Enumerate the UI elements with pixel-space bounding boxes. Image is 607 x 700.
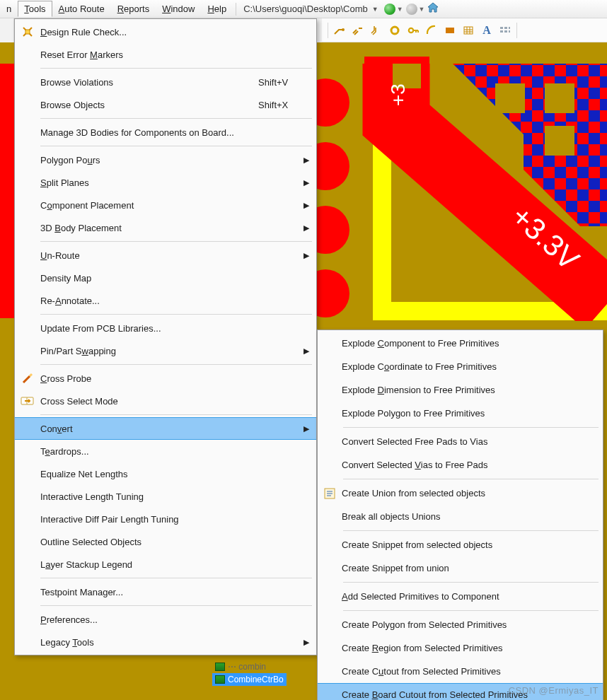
svg-rect-10	[509, 30, 510, 33]
mi-density-map[interactable]: Density Map	[15, 267, 316, 289]
svg-rect-22	[545, 83, 574, 113]
menubar-separator	[236, 3, 236, 16]
mi-equalize-net-lengths[interactable]: Equalize Net Lengths	[15, 462, 316, 485]
mi-preferences[interactable]: Preferences...	[15, 608, 316, 631]
mi-break-unions[interactable]: Break all objects Unions	[318, 505, 603, 528]
pcb-toolbar: A	[322, 18, 607, 42]
arc-icon[interactable]	[424, 23, 439, 37]
mi-convert-pads-to-vias[interactable]: Convert Selected Free Pads to Vias	[318, 430, 603, 453]
mi-layer-stackup-legend[interactable]: Layer Stackup Legend	[15, 553, 316, 576]
svg-rect-9	[504, 30, 507, 33]
svg-rect-23	[545, 126, 574, 156]
mi-update-from-pcb-libraries[interactable]: Update From PCB Libraries...	[15, 317, 316, 339]
menu-window[interactable]: Window	[156, 1, 201, 17]
nav-home-icon[interactable]	[427, 1, 439, 16]
route-icon[interactable]	[333, 23, 347, 37]
convert-submenu: Explode Component to Free Primitives Exp…	[317, 329, 603, 700]
mi-design-rule-check[interactable]: Design Rule Check...	[15, 21, 316, 43]
mi-testpoint-manager[interactable]: Testpoint Manager...	[15, 581, 316, 603]
mi-create-region[interactable]: Create Region from Selected Primitives	[318, 636, 603, 660]
key-icon[interactable]	[406, 23, 420, 37]
svg-rect-5	[500, 27, 503, 29]
array-icon[interactable]	[498, 23, 512, 37]
nav-back[interactable]: ▼	[383, 4, 405, 15]
svg-point-0	[342, 28, 345, 31]
mi-pin-part-swapping[interactable]: Pin/Part Swapping▶	[15, 339, 316, 362]
mi-create-snippet-selected[interactable]: Create Snippet from selected objects	[318, 533, 603, 556]
mi-create-board-cutout[interactable]: Create Board Cutout from Selected Primit…	[318, 683, 603, 700]
mi-convert[interactable]: Convert▶	[15, 417, 316, 440]
text-icon[interactable]: A	[480, 23, 494, 37]
drc-icon	[15, 25, 40, 38]
hatch-icon[interactable]	[461, 23, 475, 37]
mi-3d-body-placement[interactable]: 3D Body Placement▶	[15, 216, 316, 239]
mi-create-cutout[interactable]: Create Cutout from Selected Primitives	[318, 660, 603, 683]
project-file-selected[interactable]: CombineCtrBo	[212, 673, 287, 686]
svg-rect-8	[500, 30, 503, 33]
open-file-path[interactable]: C:\Users\guoqi\Desktop\Comb	[239, 1, 372, 16]
menu-auto-route[interactable]: Auto Route	[52, 1, 111, 17]
mi-cross-select-mode[interactable]: Cross Select Mode	[15, 390, 316, 412]
mi-teardrops[interactable]: Teardrops...	[15, 440, 316, 462]
mi-create-snippet-union[interactable]: Create Snippet from union	[318, 556, 603, 580]
net-label-1: +3	[387, 83, 409, 106]
mi-add-primitives-to-component[interactable]: Add Selected Primitives to Component	[318, 585, 603, 608]
menu-reports[interactable]: Reports	[111, 1, 156, 17]
mi-component-placement[interactable]: Component Placement▶	[15, 194, 316, 216]
mi-convert-vias-to-pads[interactable]: Convert Selected Vias to Free Pads	[318, 453, 603, 477]
mi-split-planes[interactable]: Split Planes▶	[15, 171, 316, 194]
mi-explode-coordinate[interactable]: Explode Coordinate to Free Primitives	[318, 355, 603, 378]
nav-forward[interactable]: ▼	[405, 4, 427, 15]
ring-icon[interactable]	[388, 23, 402, 37]
mi-explode-polygon[interactable]: Explode Polygon to Free Primitives	[318, 402, 603, 425]
svg-point-1	[391, 27, 398, 34]
mi-create-union[interactable]: Create Union from selected objects	[318, 482, 603, 505]
mi-browse-violations[interactable]: Browse ViolationsShift+V	[15, 71, 316, 93]
svg-rect-21	[495, 83, 525, 113]
probe-icon	[15, 372, 40, 385]
project-files-panel: ⋯ combin CombineCtrBo	[212, 660, 287, 686]
menu-tools[interactable]: Tools	[18, 1, 52, 17]
menubar-fragment-n[interactable]: n	[3, 1, 18, 17]
mi-interactive-length-tuning[interactable]: Interactive Length Tuning	[15, 485, 316, 508]
pcb-file-icon	[215, 663, 225, 671]
svg-rect-24	[0, 64, 14, 318]
mi-reset-error-markers[interactable]: Reset Error Markers	[15, 43, 316, 66]
diffpair-icon[interactable]	[351, 23, 365, 37]
mi-explode-component[interactable]: Explode Component to Free Primitives	[318, 332, 603, 355]
svg-rect-7	[509, 27, 510, 29]
pcb-file-icon	[215, 675, 225, 684]
svg-rect-26	[25, 30, 30, 34]
rect-icon[interactable]	[443, 23, 457, 37]
mi-cross-probe[interactable]: Cross Probe	[15, 367, 316, 390]
mi-outline-selected-objects[interactable]: Outline Selected Objects	[15, 530, 316, 553]
svg-rect-6	[504, 27, 507, 29]
mi-manage-3d-bodies[interactable]: Manage 3D Bodies for Components on Board…	[15, 121, 316, 144]
mi-create-polygon[interactable]: Create Polygon from Selected Primitives	[318, 613, 603, 636]
mi-polygon-pours[interactable]: Polygon Pours▶	[15, 148, 316, 171]
route-multi-icon[interactable]	[369, 23, 383, 37]
menu-help[interactable]: Help	[201, 1, 233, 17]
svg-rect-3	[446, 28, 454, 33]
mi-un-route[interactable]: Un-Route▶	[15, 244, 316, 267]
mi-explode-dimension[interactable]: Explode Dimension to Free Primitives	[318, 378, 603, 402]
project-file[interactable]: ⋯ combin	[212, 660, 287, 673]
svg-rect-4	[464, 27, 473, 34]
tools-menu-dropdown: Design Rule Check... Reset Error Markers…	[14, 18, 317, 655]
menubar: n Tools Auto Route Reports Window Help C…	[0, 0, 607, 18]
mi-interactive-diff-pair-length-tuning[interactable]: Interactive Diff Pair Length Tuning	[15, 508, 316, 530]
mi-legacy-tools[interactable]: Legacy Tools▶	[15, 631, 316, 653]
mi-re-annotate[interactable]: Re-Annotate...	[15, 289, 316, 312]
cross-select-icon	[15, 395, 40, 407]
union-icon	[318, 488, 342, 499]
mi-browse-objects[interactable]: Browse ObjectsShift+X	[15, 93, 316, 116]
svg-point-2	[409, 28, 413, 32]
